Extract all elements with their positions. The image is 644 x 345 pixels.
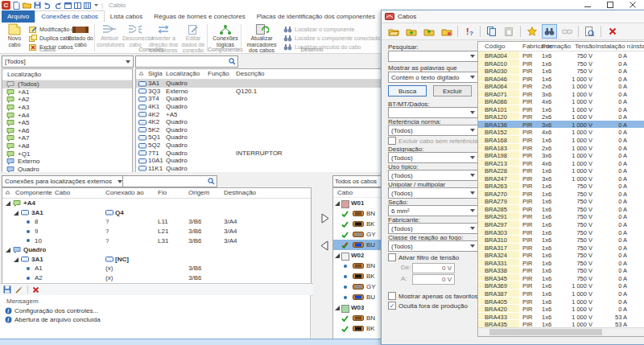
tab-arquivo[interactable]: Arquivo — [2, 10, 35, 23]
cable-catalog-row[interactable]: BRA101PIR1x61 000 V0 A — [478, 105, 644, 113]
location-item[interactable]: +A8 — [2, 142, 132, 150]
column-header-cabo[interactable]: Cabo — [333, 188, 383, 198]
delete-messages-icon[interactable] — [32, 286, 39, 294]
column-header-formacao[interactable]: Formação — [542, 43, 571, 50]
cable-row[interactable]: BK — [333, 323, 383, 334]
connection-row[interactable]: A1(x)3/B6 — [2, 264, 311, 273]
classe-reacao-fogo-combo[interactable]: (Todos) — [388, 240, 478, 252]
cable-catalog-row[interactable]: BRA247PIR3x61 000 V0 A — [478, 175, 644, 183]
cable-catalog-row[interactable]: BRA369PIR1x61 000 V0 A — [478, 281, 644, 290]
minimize-button[interactable] — [576, 0, 599, 10]
fabricante-combo[interactable]: (Todos) — [388, 223, 478, 234]
move-right-button[interactable] — [319, 212, 330, 224]
connection-row[interactable]: 10?L313/B63/A4 — [2, 236, 311, 245]
column-header-sigla[interactable]: Sigla — [148, 70, 163, 77]
layout-single-icon[interactable] — [64, 2, 72, 9]
connection-row[interactable]: +A4 — [2, 199, 311, 208]
cable-catalog-row[interactable]: BRA183PIR2x61 000 V0 A — [478, 144, 644, 152]
component-row[interactable]: 3A1Quadro — [136, 80, 382, 88]
cable-row[interactable]: BU — [333, 240, 383, 250]
more-dropdown-icon[interactable] — [93, 3, 99, 7]
editar-dados-conexao-button[interactable]: Editar dados de conexão — [180, 23, 206, 47]
cable-row[interactable]: GY — [333, 281, 383, 292]
component-row[interactable]: 3T4Quadro — [136, 95, 382, 103]
connection-row[interactable]: 8?L113/B63/A4 — [2, 217, 311, 227]
atribuir-condutores-button[interactable]: Atribuir condutores — [97, 23, 122, 47]
conexoes-externas-combo[interactable]: Conexões para localizações externos — [2, 175, 126, 187]
cable-catalog-row[interactable]: BRA387PIR1x61 000 V0 A — [478, 290, 644, 298]
component-row[interactable]: 10A1Quadro — [136, 157, 382, 165]
cable-catalog-row[interactable]: BRA086PIR4x61 000 V0 A — [478, 97, 644, 105]
cable-group-row[interactable]: W02 — [333, 250, 383, 261]
location-item[interactable]: +A4 — [2, 111, 132, 119]
cable-catalog-row[interactable]: BRA168PIR1x61 000 V0 A — [478, 136, 644, 144]
cable-catalog-row[interactable]: BRA136PIR3x61 000 V0 A — [478, 121, 644, 129]
todos-cabos-combo[interactable]: Todos os cabos — [332, 175, 384, 187]
column-header-codigo[interactable]: Código — [485, 43, 505, 50]
tab-conexoes-de-cabos[interactable]: Conexões de cabos — [35, 10, 105, 23]
cable-row[interactable]: BN — [333, 208, 383, 219]
column-header-componente[interactable]: Componente — [15, 189, 52, 196]
tree-expanded-icon[interactable] — [14, 211, 19, 216]
de-field[interactable]: 0 V — [412, 263, 455, 273]
tree-expanded-icon[interactable] — [335, 201, 340, 206]
save-icon[interactable] — [34, 2, 41, 9]
connection-row[interactable]: 3A1[NC] — [2, 255, 311, 265]
cabos-window-titlebar[interactable]: Cabos — [382, 10, 644, 23]
oculta-fora-producao-checkbox[interactable]: ✓ Oculta fora de produção — [388, 302, 468, 310]
cable-catalog-row[interactable]: BRA345PIR1x6750 V0 A — [478, 274, 644, 282]
cable-catalog-row[interactable]: BRA310PIR1x6750 V0 A — [478, 236, 644, 244]
cable-catalog-row[interactable]: BRA420PIR1x61 000 V0 A — [478, 305, 644, 313]
tree-expanded-icon[interactable] — [335, 306, 340, 310]
cable-group-row[interactable]: W01 — [333, 198, 383, 208]
ativar-filtro-tensao-checkbox[interactable]: Ativar filtro de tensão — [388, 253, 459, 261]
localizar-componente-button[interactable]: Localizar o componente — [283, 25, 354, 33]
move-left-button[interactable] — [319, 240, 330, 251]
component-row[interactable]: 7T1QuadroINTERRUPTOR — [136, 149, 382, 157]
location-item[interactable]: +A5 — [2, 119, 132, 127]
cable-catalog-row[interactable]: BRA263PIR1x6750 V0 A — [478, 182, 644, 190]
location-item[interactable]: +A7 — [2, 134, 132, 142]
component-row[interactable]: 5K2Quadro — [136, 126, 382, 134]
layout-split-icon[interactable] — [74, 2, 81, 9]
column-header-cabo[interactable]: Cabo — [55, 189, 70, 196]
cable-catalog-row[interactable]: BRA198PIR3x61 000 V0 A — [478, 151, 644, 159]
component-row[interactable]: 3Q3ExternoQ120.1 — [136, 88, 382, 96]
tab-placas-de-identificacao-dos-componentes[interactable]: Placas de identificação dos componentes — [251, 10, 381, 23]
tree-expanded-icon[interactable] — [14, 257, 19, 262]
favorites-icon[interactable] — [524, 24, 539, 39]
atualizar-marcadores-button[interactable]: Atualizar marcadores dos cabos — [243, 23, 280, 47]
folder-import-icon[interactable] — [403, 24, 419, 39]
cable-catalog-row[interactable]: BRA324PIR1x6750 V0 A — [478, 251, 644, 259]
busca-button[interactable]: Busca — [388, 85, 427, 97]
save-messages-icon[interactable] — [3, 285, 11, 294]
cable-catalog-row[interactable]: BRA285PIR1x6750 V0 A — [478, 205, 644, 213]
tab-lista-cabos[interactable]: Lista cabos — [105, 10, 148, 23]
cable-catalog-row[interactable]: BRA152PIR4x61 000 V0 A — [478, 128, 644, 136]
connection-row[interactable]: 3A1Q4 — [2, 208, 311, 218]
componentes-search[interactable] — [135, 55, 238, 68]
cable-catalog-row[interactable]: BRA279PIR1x6750 V0 A — [478, 197, 644, 205]
sort-icon[interactable] — [138, 71, 144, 76]
localizacao-filter-combo[interactable]: [Todos] — [2, 55, 134, 68]
cable-row[interactable]: BN — [333, 261, 383, 271]
cable-row[interactable]: BK — [333, 219, 383, 229]
cable-row[interactable]: BK — [333, 271, 383, 281]
cable-catalog-row[interactable]: BRA270PIR1x6750 V0 A — [478, 190, 644, 198]
cable-catalog-row[interactable]: BRA405PIR1x61 000 V0 A — [478, 298, 644, 306]
excluir-button[interactable]: Excluir — [433, 85, 472, 97]
cable-group-row[interactable]: W03 — [333, 302, 383, 313]
cable-catalog-row[interactable]: BRA046PIR1x61 000 V0 A — [478, 75, 644, 83]
folder-export-icon[interactable] — [421, 24, 436, 39]
location-item[interactable]: +A6 — [2, 127, 132, 135]
open-catalog-icon[interactable] — [386, 24, 401, 39]
cable-catalog-row[interactable]: BRA064PIR2x61 000 V0 A — [478, 82, 644, 90]
clear-messages-icon[interactable] — [15, 285, 23, 294]
tree-expanded-icon[interactable] — [6, 248, 10, 253]
column-header-origem[interactable]: Origem — [188, 189, 209, 196]
localizar-conectado-button[interactable]: Localize o componente conectado — [283, 34, 380, 42]
validate-icon[interactable]: !? — [461, 24, 477, 39]
cable-catalog-row[interactable]: BRA004PIR1x6750 V0 A — [478, 51, 644, 60]
component-row[interactable]: 11K1Quadro — [136, 165, 382, 173]
layout-columns-icon[interactable] — [84, 2, 91, 9]
